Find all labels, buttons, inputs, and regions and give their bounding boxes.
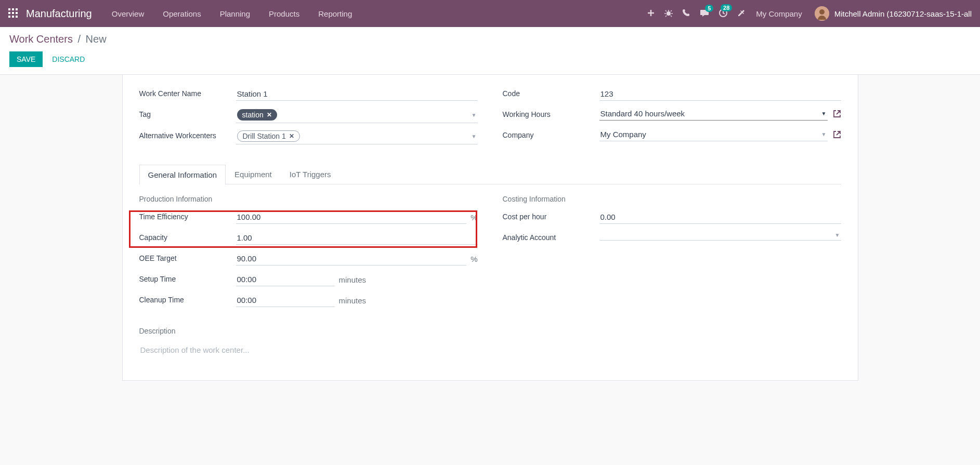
user-name: Mitchell Admin (16230712-saas-15-1-all (834, 9, 972, 18)
description-input[interactable] (139, 342, 841, 357)
remove-tag-icon[interactable]: ✕ (267, 111, 272, 118)
messages-badge: 5 (705, 5, 713, 12)
activities-badge: 28 (721, 4, 732, 11)
label-code: Code (503, 87, 599, 98)
code-input[interactable] (599, 87, 841, 101)
chevron-down-icon[interactable]: ▼ (821, 111, 827, 116)
breadcrumb: Work Centers / New (9, 33, 971, 45)
tab-iot-triggers[interactable]: IoT Triggers (281, 164, 340, 184)
unit-minutes: minutes (339, 296, 367, 305)
label-alternative: Alternative Workcenters (139, 129, 236, 140)
chevron-down-icon[interactable]: ▼ (821, 131, 827, 137)
save-button[interactable]: SAVE (9, 51, 43, 67)
label-oee-target: OEE Target (139, 252, 236, 262)
external-link-icon[interactable] (833, 130, 841, 140)
oee-target-input[interactable] (236, 252, 467, 265)
tab-general-information[interactable]: General Information (139, 165, 226, 184)
avatar (815, 6, 829, 21)
messages-icon[interactable]: 5 (700, 9, 709, 19)
company-switcher[interactable]: My Company (756, 9, 802, 18)
label-company: Company (503, 129, 599, 139)
bug-icon[interactable] (664, 9, 673, 19)
apps-icon[interactable] (8, 8, 18, 19)
label-time-efficiency: Time Efficiency (139, 210, 236, 221)
tools-icon[interactable] (737, 9, 746, 19)
label-capacity: Capacity (139, 231, 236, 242)
label-working-hours: Working Hours (503, 108, 599, 118)
svg-point-12 (819, 9, 825, 15)
svg-rect-1 (12, 8, 14, 10)
menu-planning[interactable]: Planning (213, 5, 257, 22)
tag-input[interactable]: station ✕ ▼ (236, 108, 478, 123)
plus-icon[interactable] (647, 9, 655, 19)
tag-pill-drill-station[interactable]: Drill Station 1 ✕ (237, 130, 300, 142)
svg-rect-0 (8, 8, 10, 10)
chevron-down-icon[interactable]: ▼ (472, 134, 477, 139)
svg-point-9 (667, 11, 671, 16)
section-description: Description (139, 327, 841, 335)
section-production: Production Information (139, 195, 478, 203)
menu-overview[interactable]: Overview (104, 5, 152, 22)
chevron-down-icon[interactable]: ▼ (472, 112, 477, 118)
app-title[interactable]: Manufacturing (26, 8, 92, 20)
svg-rect-6 (8, 16, 10, 18)
external-link-icon[interactable] (833, 110, 841, 119)
working-hours-select[interactable]: Standard 40 hours/week ▼ (599, 108, 828, 121)
breadcrumb-current: New (86, 33, 107, 45)
phone-icon[interactable] (682, 9, 690, 19)
remove-alt-icon[interactable]: ✕ (289, 132, 294, 140)
unit-percent: % (471, 213, 477, 222)
unit-percent: % (471, 255, 477, 263)
svg-rect-3 (8, 12, 10, 14)
activities-icon[interactable]: 28 (718, 8, 728, 19)
alternative-workcenters-input[interactable]: Drill Station 1 ✕ ▼ (236, 129, 478, 144)
menu-operations[interactable]: Operations (155, 5, 208, 22)
label-cleanup-time: Cleanup Time (139, 294, 236, 304)
breadcrumb-parent[interactable]: Work Centers (9, 33, 73, 45)
workcenter-name-input[interactable] (236, 87, 478, 101)
svg-rect-7 (12, 16, 14, 18)
svg-rect-2 (16, 8, 18, 10)
cost-per-hour-input[interactable] (599, 210, 841, 224)
tab-equipment[interactable]: Equipment (226, 164, 281, 184)
label-cost-per-hour: Cost per hour (503, 210, 599, 221)
analytic-account-select[interactable]: ▼ (599, 231, 841, 241)
svg-rect-4 (12, 12, 14, 14)
user-menu[interactable]: Mitchell Admin (16230712-saas-15-1-all (815, 6, 972, 21)
chevron-down-icon[interactable]: ▼ (835, 232, 840, 238)
company-select[interactable]: My Company ▼ (599, 129, 828, 141)
cleanup-time-input[interactable] (236, 294, 335, 307)
section-costing: Costing Information (503, 195, 841, 203)
unit-minutes: minutes (339, 275, 367, 284)
svg-rect-8 (16, 16, 18, 18)
menu-reporting[interactable]: Reporting (311, 5, 359, 22)
tag-pill-station[interactable]: station ✕ (237, 109, 277, 121)
capacity-input[interactable] (236, 231, 478, 245)
discard-button[interactable]: DISCARD (49, 51, 88, 67)
label-setup-time: Setup Time (139, 273, 236, 283)
menu-products[interactable]: Products (262, 5, 307, 22)
label-name: Work Center Name (139, 87, 236, 98)
label-analytic-account: Analytic Account (503, 231, 599, 242)
setup-time-input[interactable] (236, 273, 335, 286)
label-tag: Tag (139, 108, 236, 118)
time-efficiency-input[interactable] (236, 210, 467, 224)
svg-rect-5 (16, 12, 18, 14)
